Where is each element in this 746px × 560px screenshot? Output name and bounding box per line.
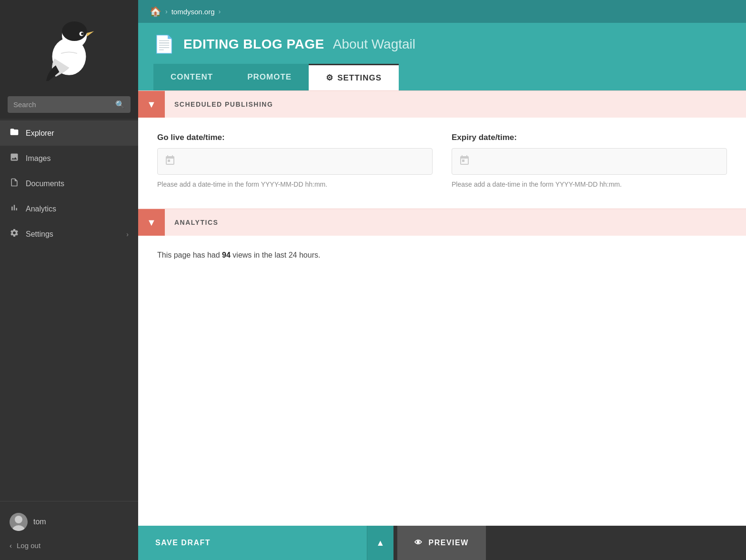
- chevron-right-icon: ›: [126, 230, 129, 238]
- analytics-text-after: views in the last 24 hours.: [231, 251, 321, 259]
- go-live-label: Go live date/time:: [157, 133, 433, 142]
- analytics-title: ANALYTICS: [165, 219, 228, 226]
- logout-label: Log out: [17, 541, 40, 550]
- sidebar-nav: Explorer Images Documents Analytics: [0, 119, 138, 501]
- sidebar-item-settings-label: Settings: [26, 230, 120, 239]
- chevron-down-icon-analytics: ▼: [147, 217, 156, 228]
- chart-icon: [10, 203, 19, 215]
- avatar: [10, 513, 28, 531]
- preview-label: PREVIEW: [429, 539, 469, 547]
- svg-point-5: [81, 32, 84, 35]
- preview-button[interactable]: 👁 PREVIEW: [397, 526, 486, 560]
- sidebar-item-analytics-label: Analytics: [26, 205, 129, 213]
- tab-content[interactable]: CONTENT: [153, 64, 230, 90]
- search-button[interactable]: 🔍: [115, 100, 125, 109]
- expiry-field: Expiry date/time: Please add a date-time…: [452, 133, 727, 190]
- sidebar-item-analytics[interactable]: Analytics: [0, 196, 138, 221]
- sidebar-logo: [0, 0, 138, 90]
- settings-gear-icon: ⚙: [326, 73, 333, 82]
- page-type-icon: 📄: [153, 34, 175, 54]
- expiry-input-wrap: [452, 148, 727, 175]
- page-editing-label: EDITING BLOG PAGE: [183, 37, 324, 52]
- content-area: ▼ SCHEDULED PUBLISHING Go live date/time…: [138, 90, 746, 560]
- save-draft-label: SAVE DRAFT: [155, 539, 211, 547]
- document-icon: [10, 178, 19, 190]
- breadcrumb: 🏠 › tomdyson.org ›: [138, 0, 746, 23]
- wagtail-logo: [40, 14, 98, 81]
- image-icon: [10, 152, 19, 164]
- username-label: tom: [33, 518, 46, 526]
- analytics-section: ▼ ANALYTICS This page has had 94 views i…: [138, 209, 746, 275]
- sidebar-item-explorer[interactable]: Explorer: [0, 120, 138, 146]
- expiry-label: Expiry date/time:: [452, 133, 727, 142]
- avatar-image: [10, 513, 28, 531]
- expiry-hint: Please add a date-time in the form YYYY-…: [452, 180, 727, 190]
- sidebar-item-explorer-label: Explorer: [26, 129, 129, 138]
- date-fields-row: Go live date/time: Please add a date-tim…: [157, 133, 727, 190]
- chevron-up-icon: ▲: [376, 538, 385, 548]
- sidebar-item-settings[interactable]: Settings ›: [0, 221, 138, 247]
- scheduled-publishing-section: ▼ SCHEDULED PUBLISHING Go live date/time…: [138, 90, 746, 209]
- analytics-views-count: 94: [222, 251, 231, 259]
- breadcrumb-site[interactable]: tomdyson.org: [171, 8, 215, 16]
- scheduled-publishing-body: Go live date/time: Please add a date-tim…: [138, 118, 746, 209]
- svg-marker-3: [87, 31, 94, 36]
- folder-icon: [10, 127, 19, 139]
- go-live-date-input[interactable]: [181, 158, 425, 166]
- scheduled-publishing-title: SCHEDULED PUBLISHING: [165, 100, 282, 108]
- page-header: 📄 EDITING BLOG PAGE About Wagtail CONTEN…: [138, 23, 746, 90]
- sidebar-footer: tom ‹ Log out: [0, 501, 138, 560]
- sidebar-item-images-label: Images: [26, 154, 129, 163]
- calendar-icon-expiry: [459, 154, 470, 169]
- breadcrumb-sep-2: ›: [219, 8, 221, 15]
- gear-icon: [10, 228, 19, 240]
- go-live-hint: Please add a date-time in the form YYYY-…: [157, 180, 433, 190]
- sidebar-item-images[interactable]: Images: [0, 146, 138, 171]
- analytics-text: This page has had 94 views in the last 2…: [157, 249, 727, 261]
- tab-promote[interactable]: PROMOTE: [230, 64, 309, 90]
- sidebar-item-documents[interactable]: Documents: [0, 171, 138, 196]
- tab-settings[interactable]: ⚙SETTINGS: [309, 64, 399, 90]
- sidebar: 🔍 Explorer Images Documents: [0, 0, 138, 560]
- breadcrumb-sep-1: ›: [165, 8, 168, 15]
- scheduled-publishing-toggle[interactable]: ▼: [138, 91, 165, 118]
- analytics-toggle[interactable]: ▼: [138, 209, 165, 236]
- analytics-header: ▼ ANALYTICS: [138, 209, 746, 236]
- tabs-bar: CONTENT PROMOTE ⚙SETTINGS: [153, 64, 731, 90]
- analytics-body: This page has had 94 views in the last 2…: [138, 236, 746, 275]
- page-name: About Wagtail: [333, 37, 415, 52]
- save-draft-expand-button[interactable]: ▲: [367, 526, 393, 560]
- sidebar-item-documents-label: Documents: [26, 180, 129, 188]
- svg-point-2: [62, 21, 87, 41]
- home-icon[interactable]: 🏠: [150, 6, 161, 17]
- sidebar-search-container: 🔍: [0, 90, 138, 119]
- bottom-bar: SAVE DRAFT ▲ 👁 PREVIEW: [138, 526, 746, 560]
- search-box: 🔍: [8, 96, 131, 113]
- search-input[interactable]: [13, 100, 111, 109]
- scheduled-publishing-header: ▼ SCHEDULED PUBLISHING: [138, 90, 746, 118]
- go-live-field: Go live date/time: Please add a date-tim…: [157, 133, 433, 190]
- user-profile[interactable]: tom: [0, 507, 138, 537]
- main-content: 🏠 › tomdyson.org › 📄 EDITING BLOG PAGE A…: [138, 0, 746, 560]
- save-draft-button[interactable]: SAVE DRAFT: [138, 526, 367, 560]
- calendar-icon-live: [164, 154, 176, 169]
- chevron-down-icon: ▼: [147, 99, 156, 110]
- logout-button[interactable]: ‹ Log out: [0, 537, 138, 554]
- analytics-text-before: This page has had: [157, 251, 222, 259]
- go-live-input-wrap: [157, 148, 433, 175]
- eye-icon: 👁: [414, 539, 423, 547]
- chevron-left-icon: ‹: [10, 541, 12, 550]
- expiry-date-input[interactable]: [476, 158, 720, 166]
- svg-point-7: [15, 516, 22, 523]
